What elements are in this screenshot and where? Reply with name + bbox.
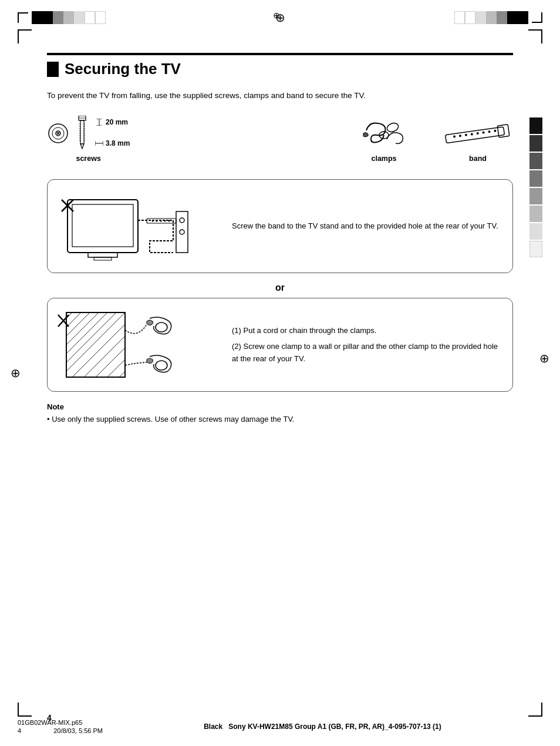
instruction-step2: (2) Screw one clamp to a wall or pillar … <box>232 341 504 365</box>
top-crosshair: ⊕ <box>273 11 287 25</box>
section-title: Securing the TV <box>47 53 513 78</box>
svg-point-56 <box>164 220 166 222</box>
instruction-box-2: (1) Put a cord or chain through the clam… <box>47 298 513 392</box>
page-corner-bl <box>18 703 32 717</box>
instruction-step1: (1) Put a cord or chain through the clam… <box>232 325 504 337</box>
dim-3-8mm: 3.8 mm <box>106 139 130 147</box>
svg-line-60 <box>66 312 81 327</box>
svg-point-36 <box>465 134 468 137</box>
svg-point-53 <box>152 220 154 222</box>
title-text: Securing the TV <box>65 60 181 78</box>
svg-point-38 <box>476 132 479 135</box>
page-corner-br <box>528 703 542 717</box>
svg-line-70 <box>119 371 125 377</box>
clamps-label: clamps <box>371 154 396 163</box>
dim-arrow-20mm <box>95 119 103 126</box>
dim-20mm: 20 mm <box>106 118 128 126</box>
footer-date: 20/8/03, 5:56 PM <box>53 727 103 734</box>
footer-center: Black Sony KV-HW21M85 Group A1 (GB, FR, … <box>204 723 441 731</box>
svg-point-37 <box>471 133 474 136</box>
left-crosshair: ⊕ <box>11 366 21 380</box>
footer-model: Sony KV-HW21M85 Group A1 (GB, FR, PR, AR… <box>228 723 441 731</box>
footer-left: 01GB02WAR-MIX.p65 4 20/8/03, 5:56 PM <box>18 719 103 734</box>
items-row: 20 mm 3.8 mm <box>47 116 513 163</box>
screw-illustration: 20 mm 3.8 mm <box>47 116 130 151</box>
svg-line-68 <box>96 348 125 377</box>
svg-point-32 <box>386 122 400 133</box>
svg-point-51 <box>180 230 184 234</box>
bottom-bar: 01GB02WAR-MIX.p65 4 20/8/03, 5:56 PM Bla… <box>0 719 560 734</box>
checkerboard-left-top <box>32 11 106 24</box>
clamp-icon <box>360 119 407 151</box>
note-bullet: • Use only the supplied screws. Use of o… <box>47 414 513 425</box>
svg-line-62 <box>66 312 99 345</box>
right-crosshair: ⊕ <box>539 351 549 365</box>
svg-point-35 <box>459 135 462 137</box>
svg-line-63 <box>66 312 107 354</box>
band-icon <box>443 119 513 151</box>
svg-line-69 <box>107 359 125 377</box>
tv-band-illustration <box>56 188 220 264</box>
svg-rect-45 <box>88 253 117 257</box>
screws-group: 20 mm 3.8 mm <box>47 116 130 163</box>
svg-point-57 <box>168 220 170 222</box>
svg-point-34 <box>453 136 456 139</box>
svg-line-61 <box>66 312 90 336</box>
small-screw-icon <box>47 122 69 145</box>
svg-point-40 <box>488 130 491 133</box>
svg-point-55 <box>160 220 162 222</box>
or-divider: or <box>47 283 513 293</box>
svg-point-39 <box>482 132 485 135</box>
screws-label: screws <box>76 154 100 163</box>
tv-clamp-illustration <box>56 307 220 389</box>
reg-right <box>454 11 542 24</box>
reg-left <box>18 11 106 24</box>
page-corner-tr <box>528 29 542 43</box>
instruction-box-1: Screw the band to the TV stand and to th… <box>47 179 513 273</box>
band-group: band <box>443 119 513 163</box>
band-label: band <box>469 154 487 163</box>
dim-arrow-3mm <box>95 140 103 147</box>
instruction-text-2: (1) Put a cord or chain through the clam… <box>232 325 504 365</box>
svg-line-66 <box>72 324 125 377</box>
svg-rect-33 <box>446 127 505 143</box>
svg-rect-43 <box>68 200 138 253</box>
intro-paragraph: To prevent the TV from falling, use the … <box>47 90 513 102</box>
footer-file: 01GB02WAR-MIX.p65 <box>18 719 103 726</box>
large-screw-icon <box>74 116 90 151</box>
svg-point-74 <box>156 361 167 370</box>
corner-mark-tl <box>18 12 28 23</box>
footer-page-num: 4 <box>18 727 21 734</box>
instruction-image-1 <box>56 188 220 264</box>
note-title: Note <box>47 402 513 411</box>
note-section: Note • Use only the supplied screws. Use… <box>47 402 513 425</box>
svg-point-41 <box>494 130 497 133</box>
svg-point-50 <box>180 218 184 223</box>
svg-marker-24 <box>80 144 84 149</box>
footer-page-date: 4 20/8/03, 5:56 PM <box>18 727 103 734</box>
main-content: Securing the TV To prevent the TV from f… <box>47 53 513 699</box>
page-corner-tl <box>18 29 32 43</box>
instruction-image-2 <box>56 307 220 383</box>
instruction-text-1: Screw the band to the TV stand and to th… <box>232 220 504 233</box>
checkerboard-right-top <box>454 11 528 24</box>
svg-point-54 <box>156 220 158 222</box>
corner-mark-tr <box>532 12 542 23</box>
footer-color: Black <box>204 723 222 731</box>
svg-point-73 <box>156 322 167 332</box>
svg-line-65 <box>66 312 125 371</box>
clamps-group: clamps <box>360 119 407 163</box>
svg-line-67 <box>84 336 125 377</box>
svg-rect-7 <box>80 120 84 144</box>
title-square <box>47 62 59 77</box>
gray-scale-bar <box>529 117 542 257</box>
top-registration-bar: ⊕ <box>0 11 560 25</box>
svg-rect-44 <box>72 204 133 247</box>
